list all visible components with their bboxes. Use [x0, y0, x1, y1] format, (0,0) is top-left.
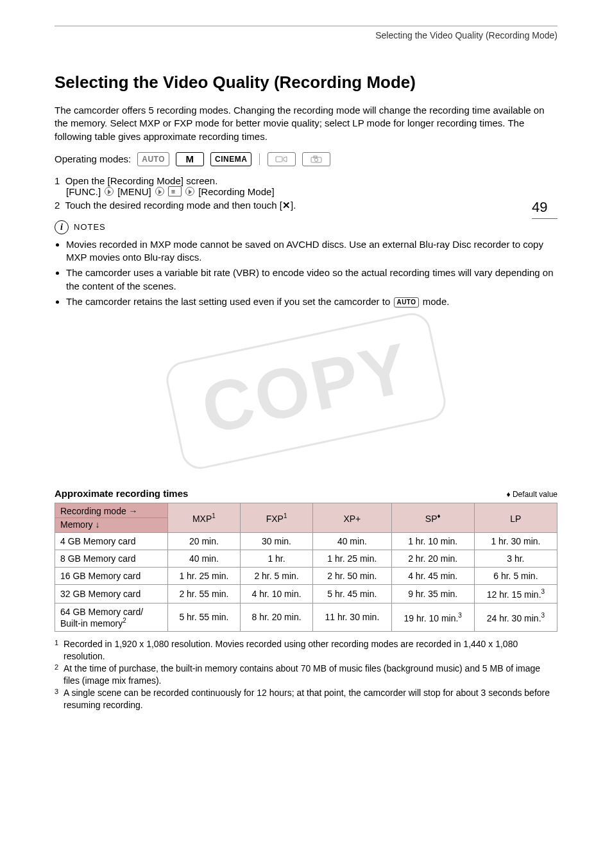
table-cell: 40 min. — [167, 550, 240, 568]
table-cell: 5 hr. 45 min. — [313, 585, 392, 603]
close-x-icon: ✕ — [282, 200, 291, 211]
table-cell: 19 hr. 10 min.3 — [391, 603, 474, 632]
table-cell: 4 hr. 45 min. — [391, 568, 474, 585]
footnote: 3A single scene can be recorded continuo… — [55, 687, 557, 711]
table-cell: 4 hr. 10 min. — [240, 585, 312, 603]
table-row: 16 GB Memory card1 hr. 25 min.2 hr. 5 mi… — [55, 568, 557, 585]
row-label: 16 GB Memory card — [55, 568, 168, 585]
mode-chip-cinema: CINEMA — [210, 152, 251, 166]
step-2-text-b: ]. — [291, 200, 296, 211]
path-func: [FUNC.] — [66, 186, 101, 197]
footnote: 1Recorded in 1,920 x 1,080 resolution. M… — [55, 638, 557, 663]
row-label: 8 GB Memory card — [55, 550, 168, 568]
table-cell: 6 hr. 5 min. — [474, 568, 557, 585]
mode-chip-movie-play-icon — [268, 152, 296, 166]
mode-separator — [259, 153, 260, 165]
arrow-icon — [105, 187, 114, 196]
footnote: 2At the time of purchase, the built-in m… — [55, 663, 557, 687]
mode-chip-photo-play-icon — [302, 152, 330, 166]
page-number: 49 — [532, 199, 557, 219]
steps-list: 1 Open the [Recording Mode] screen. [FUN… — [55, 175, 557, 211]
col-fxp: FXP1 — [240, 503, 312, 533]
running-head: Selecting the Video Quality (Recording M… — [55, 30, 557, 40]
step-1-text: Open the [Recording Mode] screen. — [65, 175, 218, 186]
arrow-icon — [155, 187, 164, 196]
notes-heading: i NOTES — [55, 220, 557, 234]
table-cell: 12 hr. 15 min.3 — [474, 585, 557, 603]
table-cell: 5 hr. 55 min. — [167, 603, 240, 632]
path-recmode: [Recording Mode] — [198, 186, 274, 197]
table-cell: 1 hr. 30 min. — [474, 533, 557, 550]
step-1-path: [FUNC.] [MENU] [Recording Mode] — [66, 186, 557, 197]
notes-label: NOTES — [74, 222, 106, 232]
note-3a: The camcorder retains the last setting u… — [66, 296, 393, 307]
step-2-text-a: Touch the desired recording mode and the… — [65, 200, 282, 211]
step-2-number: 2 — [55, 200, 60, 211]
copy-watermark: COPY — [55, 321, 557, 488]
section-title: Selecting the Video Quality (Recording M… — [55, 73, 557, 92]
table-row: 32 GB Memory card2 hr. 55 min.4 hr. 10 m… — [55, 585, 557, 603]
table-row: 4 GB Memory card20 min.30 min.40 min.1 h… — [55, 533, 557, 550]
mode-chip-m: M — [176, 152, 204, 166]
row-label: 4 GB Memory card — [55, 533, 168, 550]
table-cell: 30 min. — [240, 533, 312, 550]
info-icon: i — [55, 220, 69, 234]
col-lp: LP — [474, 503, 557, 533]
svg-marker-1 — [284, 157, 287, 162]
path-menu: [MENU] — [117, 186, 151, 197]
table-cell: 9 hr. 35 min. — [391, 585, 474, 603]
note-item: Movies recorded in MXP mode cannot be sa… — [66, 238, 557, 265]
arrow-icon — [185, 187, 194, 196]
mode-chip-auto: AUTO — [137, 152, 169, 166]
camera-tab-icon — [168, 186, 182, 196]
table-cell: 1 hr. 25 min. — [313, 550, 392, 568]
table-cell: 24 hr. 30 min.3 — [474, 603, 557, 632]
table-row: 64 GB Memory card/Built-in memory25 hr. … — [55, 603, 557, 632]
table-cell: 8 hr. 20 min. — [240, 603, 312, 632]
intro-paragraph: The camcorder offers 5 recording modes. … — [55, 104, 557, 143]
row-label: 32 GB Memory card — [55, 585, 168, 603]
notes-list: Movies recorded in MXP mode cannot be sa… — [55, 238, 557, 308]
recording-times-table: Recording mode → Memory ↓ MXP1 FXP1 XP+ … — [55, 503, 557, 632]
col-xpplus: XP+ — [313, 503, 392, 533]
table-cell: 20 min. — [167, 533, 240, 550]
svg-point-4 — [315, 158, 318, 161]
operating-modes-label: Operating modes: — [55, 153, 131, 164]
corner-top: Recording mode → — [60, 506, 162, 516]
table-cell: 2 hr. 5 min. — [240, 568, 312, 585]
table-corner: Recording mode → Memory ↓ — [55, 503, 168, 533]
table-cell: 11 hr. 30 min. — [313, 603, 392, 632]
footnotes: 1Recorded in 1,920 x 1,080 resolution. M… — [55, 638, 557, 711]
table-cell: 3 hr. — [474, 550, 557, 568]
note-item: The camcorder uses a variable bit rate (… — [66, 266, 557, 293]
table-cell: 1 hr. 25 min. — [167, 568, 240, 585]
corner-bottom: Memory ↓ — [60, 519, 162, 530]
table-cell: 2 hr. 55 min. — [167, 585, 240, 603]
table-cell: 2 hr. 50 min. — [313, 568, 392, 585]
default-value-label: ♦ Default value — [506, 490, 557, 499]
svg-rect-0 — [276, 157, 282, 162]
table-cell: 1 hr. — [240, 550, 312, 568]
table-row: 8 GB Memory card40 min.1 hr.1 hr. 25 min… — [55, 550, 557, 568]
operating-modes-row: Operating modes: AUTO M CINEMA — [55, 152, 557, 166]
default-value-text: Default value — [513, 490, 557, 499]
table-cell: 1 hr. 10 min. — [391, 533, 474, 550]
table-cell: 40 min. — [313, 533, 392, 550]
note-item: The camcorder retains the last setting u… — [66, 295, 557, 308]
table-cell: 2 hr. 20 min. — [391, 550, 474, 568]
table-title: Approximate recording times — [55, 488, 188, 499]
note-3b: mode. — [420, 296, 450, 307]
col-sp: SP♦ — [391, 503, 474, 533]
row-label: 64 GB Memory card/Built-in memory2 — [55, 603, 168, 632]
step-1-number: 1 — [55, 175, 60, 186]
col-mxp: MXP1 — [167, 503, 240, 533]
auto-badge-icon: AUTO — [394, 297, 418, 308]
